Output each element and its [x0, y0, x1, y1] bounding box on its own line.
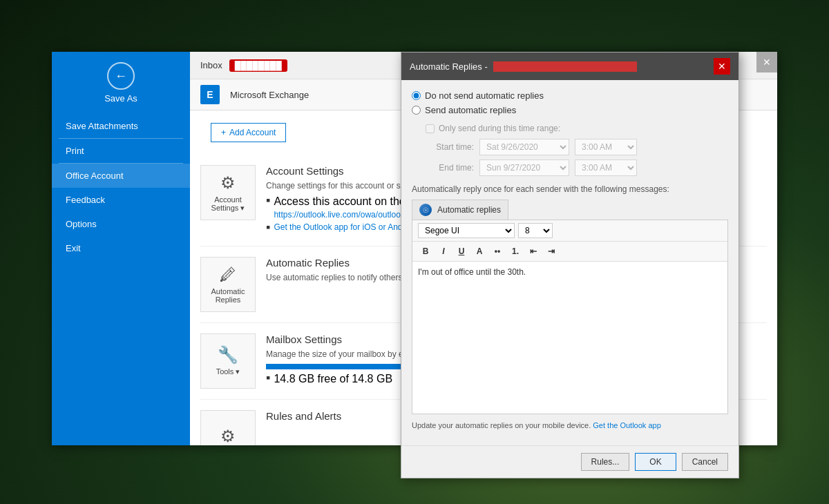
tools-icon-label: Tools ▾ [216, 367, 240, 376]
save-as-label: Save As [104, 93, 137, 104]
time-range-section: Only send during this time range: Start … [426, 124, 728, 176]
get-outlook-app-link[interactable]: Get the Outlook app [593, 421, 660, 429]
automatic-replies-dialog: Automatic Replies - ████████████████ ✕ D… [401, 52, 739, 478]
add-account-button[interactable]: + Add Account [211, 123, 286, 142]
radio-no-auto-label: Do not send automatic replies [425, 90, 544, 101]
window-close-icon: ✕ [763, 57, 771, 68]
font-family-select[interactable]: Segoe UI [418, 223, 515, 238]
start-time-select[interactable]: 3:00 AM [575, 139, 637, 155]
rules-text: Rules and Alerts [266, 410, 341, 425]
cancel-button[interactable]: Cancel [682, 453, 728, 471]
radio-send-auto-input[interactable] [412, 106, 421, 115]
sidebar-options-label: Options [66, 219, 97, 229]
sidebar-print-label: Print [66, 146, 84, 156]
account-settings-icon: ⚙ [220, 173, 236, 193]
radio-send-auto-label: Send automatic replies [425, 105, 516, 115]
add-account-label: Add Account [229, 128, 276, 137]
account-settings-icon-label2: Settings ▾ [211, 204, 245, 213]
font-color-button[interactable]: A [472, 244, 487, 259]
start-time-row: Start time: Sat 9/26/2020 3:00 AM [426, 139, 728, 155]
exchange-label: Microsoft Exchange [230, 90, 309, 100]
bullet-icon-2: ▪ [266, 221, 270, 233]
sidebar-feedback-label: Feedback [66, 195, 105, 205]
start-time-label: Start time: [426, 142, 474, 152]
automatic-replies-icon-box[interactable]: 🖉 Automatic Replies [200, 257, 256, 312]
time-range-checkbox-item: Only send during this time range: [426, 124, 728, 133]
globe-icon: ☉ [419, 204, 432, 216]
mailbox-tools-icon-box[interactable]: 🔧 Tools ▾ [200, 333, 256, 389]
time-range-label: Only send during this time range: [439, 124, 560, 133]
sidebar-item-options[interactable]: Options [52, 212, 190, 236]
reply-tab-label: Automatic replies [437, 205, 501, 215]
start-date-select[interactable]: Sat 9/26/2020 [479, 139, 569, 155]
tools-chevron-icon: ▾ [236, 367, 240, 376]
end-time-select[interactable]: 3:00 AM [575, 159, 637, 176]
underline-button[interactable]: U [454, 244, 469, 259]
account-settings-icon-label: Account [214, 195, 242, 204]
dialog-title: Automatic Replies - ████████████████ [410, 61, 637, 72]
storage-bullet-icon: ▪ [266, 371, 270, 384]
sidebar-office-account-label: Office Account [66, 171, 124, 181]
tools-icon: 🔧 [218, 345, 238, 365]
storage-progress-bar [266, 364, 404, 369]
sidebar-save-attachments-label: Save Attachments [66, 121, 138, 131]
bullet-1-link[interactable]: https://outlook.live.com/owa/outlook.c..… [274, 210, 418, 220]
sidebar-item-save-attachments[interactable]: Save Attachments [52, 114, 190, 138]
account-settings-icon-box[interactable]: ⚙ Account Settings ▾ [200, 165, 256, 220]
rules-icon-box[interactable]: ⚙ [200, 410, 256, 445]
sidebar-item-feedback[interactable]: Feedback [52, 188, 190, 212]
radio-send-auto-replies[interactable]: Send automatic replies [412, 105, 728, 115]
radio-no-auto-input[interactable] [412, 91, 421, 100]
end-time-row: End time: Sun 9/27/2020 3:00 AM [426, 159, 728, 176]
dialog-close-button[interactable]: ✕ [714, 58, 730, 75]
chevron-down-icon: ▾ [240, 204, 245, 212]
sidebar-item-office-account[interactable]: Office Account [52, 164, 190, 188]
rules-icon: ⚙ [220, 427, 236, 445]
back-arrow-icon: ← [107, 62, 135, 90]
sidebar: ← Save As Save Attachments Print Office … [52, 52, 190, 445]
end-date-select[interactable]: Sun 9/27/2020 [479, 159, 569, 176]
inbox-label: Inbox [200, 60, 222, 70]
editor-toolbar-font: Segoe UI 8 [412, 220, 727, 242]
sidebar-exit-label: Exit [66, 243, 81, 253]
time-range-checkbox[interactable] [426, 124, 435, 133]
italic-button[interactable]: I [436, 244, 451, 259]
bullet-icon-1: ▪ [266, 194, 270, 206]
rules-title: Rules and Alerts [266, 410, 341, 422]
increase-indent-button[interactable]: ⇥ [544, 244, 559, 259]
inbox-badge: ████████ [229, 59, 287, 72]
reply-tab-header[interactable]: ☉ Automatic replies [412, 200, 508, 220]
sidebar-item-print[interactable]: Print [52, 139, 190, 163]
dialog-title-redacted: ████████████████ [493, 61, 636, 72]
end-time-label: End time: [426, 163, 474, 173]
window-close-button[interactable]: ✕ [756, 52, 777, 72]
exchange-icon: E [200, 85, 220, 104]
bold-button[interactable]: B [418, 244, 433, 259]
storage-text: 14.8 GB free of 14.8 GB [274, 373, 392, 385]
decrease-indent-button[interactable]: ⇤ [526, 244, 541, 259]
editor-area[interactable]: I'm out of office until the 30th. [412, 262, 727, 414]
numbered-list-button[interactable]: 1. [508, 244, 523, 259]
plus-icon: + [221, 128, 226, 137]
ok-button[interactable]: OK [635, 453, 676, 471]
automatic-replies-icon-label: Automatic Replies [201, 287, 255, 304]
dialog-body: Do not send automatic replies Send autom… [401, 80, 739, 445]
dialog-buttons: Rules... OK Cancel [401, 445, 739, 478]
bullet-list-button[interactable]: •• [490, 244, 505, 259]
dialog-titlebar: Automatic Replies - ████████████████ ✕ [401, 52, 739, 80]
radio-group: Do not send automatic replies Send autom… [412, 90, 728, 115]
radio-no-auto-replies[interactable]: Do not send automatic replies [412, 90, 728, 101]
sidebar-item-exit[interactable]: Exit [52, 236, 190, 260]
dialog-footer-text: Update your automatic replies on your mo… [412, 421, 728, 429]
rules-button[interactable]: Rules... [581, 453, 630, 471]
auto-reply-section: Automatically reply once for each sender… [412, 184, 728, 414]
auto-reply-description: Automatically reply once for each sender… [412, 184, 728, 194]
storage-progress-fill [266, 364, 404, 369]
automatic-replies-icon: 🖉 [220, 265, 236, 284]
editor-toolbar-format: B I U A •• 1. ⇤ ⇥ [412, 242, 727, 262]
font-size-select[interactable]: 8 [518, 223, 553, 238]
editor-container: Segoe UI 8 B I U A •• 1. ⇤ ⇥ I'm out of [412, 220, 728, 414]
sidebar-back-button[interactable]: ← Save As [52, 52, 190, 114]
